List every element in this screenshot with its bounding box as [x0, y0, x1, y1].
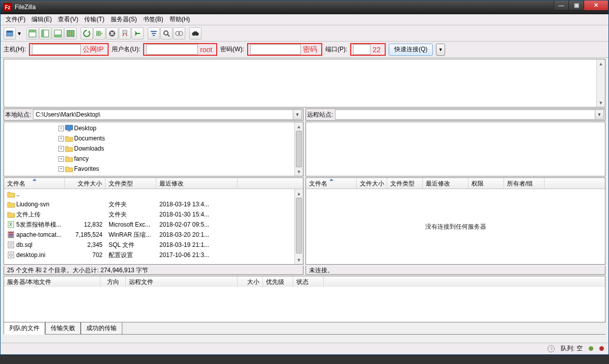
local-site-path: C:\Users\Mark\Desktop\	[36, 111, 100, 118]
col-perm[interactable]: 权限	[468, 178, 504, 189]
binoculars-button[interactable]	[189, 27, 201, 40]
close-button[interactable]: ✕	[584, 1, 608, 11]
col-owner[interactable]: 所有者/组	[504, 178, 545, 189]
queue-body[interactable]	[4, 287, 605, 322]
file-modified: 2018-03-20 20:1...	[156, 231, 238, 238]
list-item[interactable]: ..	[4, 189, 303, 199]
remote-file-list[interactable]: 文件名 文件大小 文件类型 最近修改 权限 所有者/组 没有连接到任何服务器	[306, 177, 605, 265]
qcol-prio[interactable]: 优先级	[263, 276, 293, 287]
col-filename[interactable]: 文件名	[306, 178, 357, 189]
port-input[interactable]	[353, 44, 370, 55]
expand-icon[interactable]: +	[58, 136, 64, 141]
local-tree-scrollbar[interactable]: ▲▼	[294, 122, 303, 176]
local-columns: 文件名 文件大小 文件类型 最近修改	[4, 178, 303, 189]
menu-transfer[interactable]: 传输(T)	[81, 14, 107, 25]
chevron-down-icon[interactable]: ▼	[293, 110, 301, 119]
col-modified[interactable]: 最近修改	[156, 178, 238, 189]
toggle-tree-button[interactable]	[39, 27, 51, 40]
list-item[interactable]: apache-tomcat...7,185,524WinRAR 压缩...201…	[4, 230, 303, 240]
col-modified[interactable]: 最近修改	[423, 178, 468, 189]
local-file-list[interactable]: 文件名 文件大小 文件类型 最近修改 ..Liudong-svn文件夹2018-…	[4, 177, 303, 265]
remote-columns: 文件名 文件大小 文件类型 最近修改 权限 所有者/组	[306, 178, 605, 189]
cancel-button[interactable]	[106, 27, 118, 40]
tree-node[interactable]: +Desktop	[58, 123, 302, 133]
tree-label: fancy	[74, 155, 89, 162]
list-item[interactable]: desktop.ini702配置设置2017-10-06 21:3...	[4, 250, 303, 260]
local-tree[interactable]: +Desktop+Documents+Downloads+fancy+Favor…	[4, 122, 303, 176]
col-type[interactable]: 文件类型	[106, 178, 156, 189]
toggle-log-button[interactable]	[26, 27, 39, 40]
expand-icon[interactable]: +	[58, 156, 64, 162]
tree-node[interactable]: +Favorites	[58, 164, 302, 174]
svg-text:x: x	[9, 221, 12, 228]
host-annot-text: 公网IP	[81, 45, 106, 54]
tree-node[interactable]: +Documents	[58, 133, 302, 143]
refresh-button[interactable]	[81, 27, 93, 40]
svg-rect-5	[42, 30, 44, 37]
chevron-down-icon[interactable]: ▼	[595, 110, 603, 119]
local-list-scrollbar[interactable]: ▲▼	[294, 189, 303, 264]
svg-rect-28	[9, 236, 13, 237]
minimize-button[interactable]: —	[554, 1, 569, 11]
compare-button[interactable]	[173, 27, 185, 40]
qcol-remote[interactable]: 远程文件	[126, 276, 238, 287]
local-site-label: 本地站点:	[5, 111, 31, 119]
svg-rect-12	[151, 31, 157, 32]
expand-icon[interactable]: +	[58, 126, 64, 131]
svg-point-17	[179, 31, 183, 35]
host-input[interactable]	[32, 44, 81, 55]
pass-input[interactable]	[250, 44, 301, 55]
tab-queued[interactable]: 列队的文件	[4, 322, 45, 335]
help-icon[interactable]: ?	[548, 345, 555, 352]
message-log[interactable]: ▲▼	[4, 59, 605, 107]
expand-icon[interactable]: +	[58, 146, 64, 152]
reconnect-button[interactable]	[131, 27, 144, 40]
site-manager-button[interactable]	[4, 27, 16, 40]
quickconnect-dropdown[interactable]: ▼	[436, 44, 445, 56]
dropdown-button[interactable]: ▾	[16, 27, 22, 40]
menu-help[interactable]: 帮助(H)	[166, 14, 193, 25]
col-size[interactable]: 文件大小	[357, 178, 387, 189]
tab-success[interactable]: 成功的传输	[81, 322, 122, 335]
list-item[interactable]: db.sql2,345SQL 文件2018-03-19 21:1...	[4, 240, 303, 250]
file-modified: 2018-03-19 21:1...	[156, 241, 238, 248]
list-item[interactable]: x5发票报销单模...12,832Microsoft Exc...2018-02…	[4, 220, 303, 230]
menu-view[interactable]: 查看(V)	[55, 14, 81, 25]
remote-noconn-text: 没有连接到任何服务器	[306, 189, 605, 264]
remote-tree[interactable]	[306, 122, 605, 176]
qcol-server[interactable]: 服务器/本地文件	[4, 276, 100, 287]
tree-node[interactable]: +Downloads	[58, 143, 302, 154]
remote-site-combo[interactable]: ▼	[335, 110, 604, 120]
quickconnect-button[interactable]: 快速连接(Q)	[389, 44, 433, 56]
sync-browse-button[interactable]	[64, 27, 77, 40]
file-name: desktop.ini	[16, 251, 45, 259]
process-queue-button[interactable]	[93, 27, 106, 40]
svg-rect-3	[29, 30, 36, 32]
qcol-status[interactable]: 状态	[293, 276, 324, 287]
expand-icon[interactable]: +	[58, 166, 64, 172]
list-item[interactable]: Liudong-svn文件夹2018-03-19 13:4...	[4, 199, 303, 209]
svg-rect-26	[9, 232, 13, 234]
col-filename[interactable]: 文件名	[4, 178, 65, 189]
qcol-size[interactable]: 大小	[238, 276, 263, 287]
menu-bookmarks[interactable]: 书签(B)	[140, 14, 166, 25]
disconnect-button[interactable]	[119, 27, 131, 40]
menu-edit[interactable]: 编辑(E)	[28, 14, 55, 25]
tab-failed[interactable]: 传输失败	[45, 322, 81, 335]
toolbar: ▾	[1, 25, 608, 42]
local-site-combo[interactable]: C:\Users\Mark\Desktop\ ▼	[33, 110, 302, 120]
toggle-queue-button[interactable]	[52, 27, 64, 40]
menu-file[interactable]: 文件(F)	[3, 14, 28, 25]
filter-button[interactable]	[148, 27, 160, 40]
log-scrollbar[interactable]: ▲▼	[596, 59, 605, 107]
col-size[interactable]: 文件大小	[65, 178, 106, 189]
search-button[interactable]	[160, 27, 173, 40]
file-name: db.sql	[16, 241, 32, 248]
maximize-button[interactable]: ▣	[569, 1, 584, 11]
user-input[interactable]	[146, 44, 198, 55]
list-item[interactable]: 文件上传文件夹2018-01-30 15:4...	[4, 209, 303, 220]
menu-server[interactable]: 服务器(S)	[108, 14, 140, 25]
col-type[interactable]: 文件类型	[387, 178, 423, 189]
tree-node[interactable]: +fancy	[58, 154, 302, 164]
qcol-dir[interactable]: 方向	[100, 276, 126, 287]
